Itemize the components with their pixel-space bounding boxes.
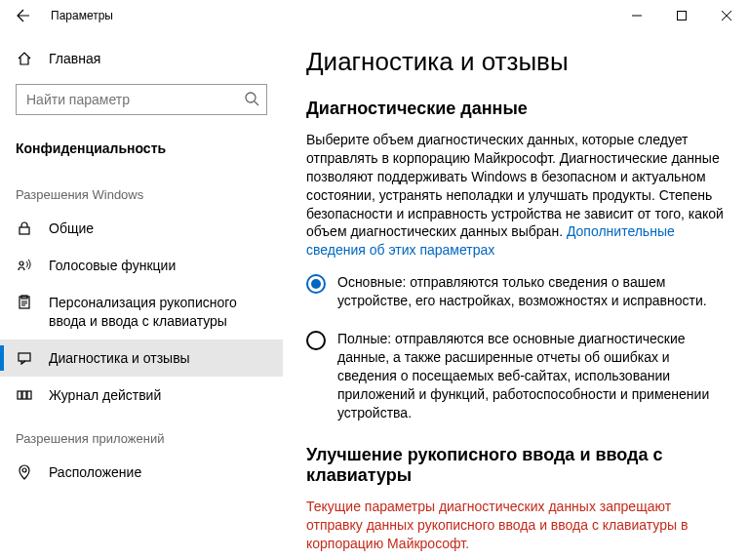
svg-point-10 — [22, 468, 26, 472]
radio-full-label: Полные: отправляются все основные диагно… — [337, 330, 726, 421]
radio-icon — [306, 331, 326, 350]
svg-rect-6 — [19, 353, 30, 361]
back-button[interactable] — [8, 0, 39, 31]
radio-basic[interactable]: Основные: отправляются только сведения о… — [306, 273, 726, 310]
home-nav[interactable]: Главная — [0, 43, 283, 74]
close-button[interactable] — [704, 0, 749, 31]
sidebar-group-windows: Разрешения Windows — [0, 170, 283, 210]
sidebar-item-inking[interactable]: Персонализация рукописного ввода и ввода… — [0, 284, 283, 339]
svg-rect-7 — [18, 391, 21, 399]
sidebar-item-label: Голосовые функции — [49, 257, 267, 274]
sidebar-item-general[interactable]: Общие — [0, 210, 283, 247]
sidebar-item-label: Персонализация рукописного ввода и ввода… — [49, 294, 267, 329]
page-title: Диагностика и отзывы — [306, 47, 726, 77]
search-box[interactable] — [16, 84, 267, 115]
radio-basic-label: Основные: отправляются только сведения о… — [337, 273, 726, 310]
section-heading-inking: Улучшение рукописного ввода и ввода с кл… — [306, 445, 726, 486]
maximize-icon — [677, 11, 687, 20]
activity-icon — [16, 387, 33, 403]
home-icon — [16, 51, 33, 66]
content-pane: Диагностика и отзывы Диагностические дан… — [283, 31, 749, 560]
svg-rect-2 — [20, 227, 29, 234]
svg-rect-8 — [22, 391, 26, 399]
diagnostic-radio-group: Основные: отправляются только сведения о… — [306, 273, 726, 421]
speech-icon — [16, 258, 33, 273]
home-label: Главная — [49, 51, 100, 66]
maximize-button[interactable] — [659, 0, 704, 31]
sidebar-item-activity[interactable]: Журнал действий — [0, 377, 283, 414]
minimize-icon — [632, 11, 642, 20]
minimize-button[interactable] — [614, 0, 659, 31]
sidebar-section: Конфиденциальность — [0, 133, 283, 170]
radio-full[interactable]: Полные: отправляются все основные диагно… — [306, 330, 726, 421]
svg-point-3 — [20, 261, 23, 265]
sidebar-item-label: Общие — [49, 220, 267, 237]
search-input[interactable] — [16, 84, 267, 115]
svg-rect-0 — [678, 12, 687, 20]
close-icon — [722, 11, 731, 20]
radio-icon — [306, 274, 326, 294]
titlebar: Параметры — [0, 0, 749, 31]
lock-icon — [16, 220, 33, 236]
sidebar-item-location[interactable]: Расположение — [0, 454, 283, 491]
location-icon — [16, 464, 33, 480]
sidebar-group-apps: Разрешения приложений — [0, 414, 283, 454]
inking-warning: Текущие параметры диагностических данных… — [306, 498, 726, 553]
arrow-left-icon — [16, 8, 31, 23]
sidebar-item-label: Расположение — [49, 463, 267, 481]
search-icon — [244, 91, 259, 106]
clipboard-icon — [16, 295, 33, 310]
feedback-icon — [16, 350, 33, 366]
sidebar-item-label: Диагностика и отзывы — [49, 349, 267, 367]
section-heading-diagnostic: Диагностические данные — [306, 99, 726, 119]
diagnostic-description: Выберите объем диагностических данных, к… — [306, 131, 726, 260]
sidebar: Главная Конфиденциальность Разрешения Wi… — [0, 31, 283, 560]
svg-rect-9 — [27, 391, 31, 399]
window-title: Параметры — [51, 9, 113, 22]
sidebar-item-label: Журнал действий — [49, 386, 267, 404]
sidebar-item-diagnostics[interactable]: Диагностика и отзывы — [0, 340, 283, 377]
svg-point-1 — [246, 93, 256, 102]
sidebar-item-speech[interactable]: Голосовые функции — [0, 247, 283, 284]
